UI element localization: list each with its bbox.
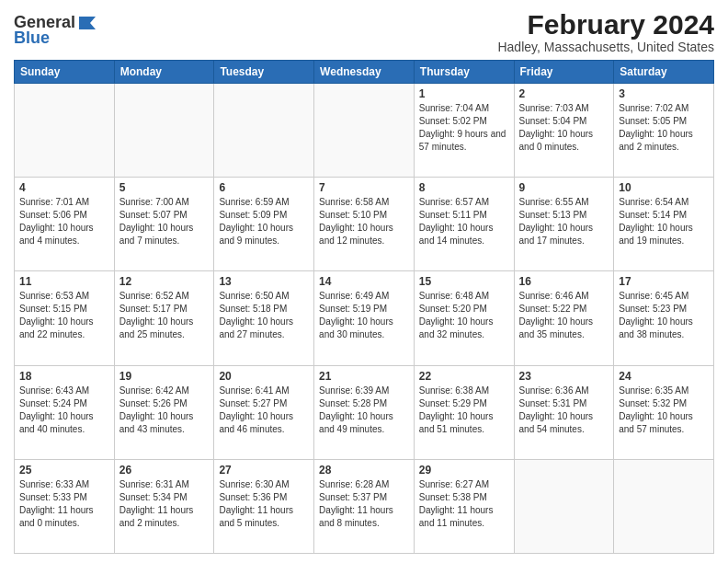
day-detail: Sunrise: 6:45 AMSunset: 5:23 PMDaylight:…	[619, 290, 709, 341]
calendar-day-cell: 23Sunrise: 6:36 AMSunset: 5:31 PMDayligh…	[514, 365, 614, 459]
day-detail: Sunrise: 6:35 AMSunset: 5:32 PMDaylight:…	[619, 385, 709, 436]
calendar-day-cell: 22Sunrise: 6:38 AMSunset: 5:29 PMDayligh…	[414, 365, 514, 459]
day-number: 28	[319, 464, 409, 477]
day-number: 10	[619, 181, 709, 194]
calendar-day-cell: 16Sunrise: 6:46 AMSunset: 5:22 PMDayligh…	[514, 271, 614, 365]
calendar-header-cell: Wednesday	[314, 61, 415, 84]
page: General Blue February 2024 Hadley, Massa…	[0, 0, 728, 563]
calendar-day-cell: 8Sunrise: 6:57 AMSunset: 5:11 PMDaylight…	[414, 178, 514, 271]
day-number: 7	[319, 181, 409, 194]
day-detail: Sunrise: 7:00 AMSunset: 5:07 PMDaylight:…	[119, 196, 210, 247]
day-number: 24	[619, 370, 709, 383]
calendar-day-cell	[214, 84, 314, 178]
day-detail: Sunrise: 6:49 AMSunset: 5:19 PMDaylight:…	[319, 290, 409, 341]
day-number: 19	[119, 370, 210, 383]
day-detail: Sunrise: 6:38 AMSunset: 5:29 PMDaylight:…	[419, 385, 509, 436]
day-detail: Sunrise: 7:04 AMSunset: 5:02 PMDaylight:…	[419, 102, 509, 154]
title-block: February 2024 Hadley, Massachusetts, Uni…	[497, 9, 714, 54]
day-number: 21	[319, 370, 409, 383]
calendar-day-cell: 25Sunrise: 6:33 AMSunset: 5:33 PMDayligh…	[15, 459, 115, 553]
calendar-day-cell: 11Sunrise: 6:53 AMSunset: 5:15 PMDayligh…	[15, 271, 115, 365]
calendar-day-cell: 20Sunrise: 6:41 AMSunset: 5:27 PMDayligh…	[214, 365, 314, 459]
calendar-day-cell: 10Sunrise: 6:54 AMSunset: 5:14 PMDayligh…	[614, 178, 714, 271]
calendar-day-cell: 29Sunrise: 6:27 AMSunset: 5:38 PMDayligh…	[414, 459, 514, 553]
calendar-day-cell: 15Sunrise: 6:48 AMSunset: 5:20 PMDayligh…	[414, 271, 514, 365]
calendar-header-cell: Thursday	[414, 61, 514, 84]
day-number: 3	[619, 87, 709, 100]
calendar-day-cell: 4Sunrise: 7:01 AMSunset: 5:06 PMDaylight…	[15, 178, 115, 271]
calendar-header-row: SundayMondayTuesdayWednesdayThursdayFrid…	[15, 61, 714, 84]
calendar-body: 1Sunrise: 7:04 AMSunset: 5:02 PMDaylight…	[15, 84, 714, 554]
day-detail: Sunrise: 6:36 AMSunset: 5:31 PMDaylight:…	[519, 385, 609, 436]
day-number: 13	[219, 275, 309, 288]
calendar-header-cell: Saturday	[614, 61, 714, 84]
calendar-day-cell: 19Sunrise: 6:42 AMSunset: 5:26 PMDayligh…	[114, 365, 214, 459]
subtitle: Hadley, Massachusetts, United States	[497, 40, 714, 54]
day-number: 23	[519, 370, 609, 383]
day-number: 20	[219, 370, 309, 383]
day-number: 8	[419, 181, 509, 194]
logo: General Blue	[14, 13, 97, 48]
day-detail: Sunrise: 6:48 AMSunset: 5:20 PMDaylight:…	[419, 290, 509, 341]
calendar-week-row: 1Sunrise: 7:04 AMSunset: 5:02 PMDaylight…	[15, 84, 714, 178]
calendar-day-cell: 9Sunrise: 6:55 AMSunset: 5:13 PMDaylight…	[514, 178, 614, 271]
calendar-header-cell: Tuesday	[214, 61, 314, 84]
main-title: February 2024	[497, 9, 714, 40]
day-number: 16	[519, 275, 609, 288]
day-detail: Sunrise: 6:57 AMSunset: 5:11 PMDaylight:…	[419, 196, 509, 247]
calendar-day-cell: 26Sunrise: 6:31 AMSunset: 5:34 PMDayligh…	[114, 459, 214, 553]
day-detail: Sunrise: 6:41 AMSunset: 5:27 PMDaylight:…	[219, 385, 309, 436]
day-number: 25	[19, 464, 109, 477]
calendar-day-cell: 5Sunrise: 7:00 AMSunset: 5:07 PMDaylight…	[114, 178, 214, 271]
calendar-day-cell: 12Sunrise: 6:52 AMSunset: 5:17 PMDayligh…	[114, 271, 214, 365]
day-detail: Sunrise: 6:55 AMSunset: 5:13 PMDaylight:…	[519, 196, 609, 247]
calendar-day-cell: 17Sunrise: 6:45 AMSunset: 5:23 PMDayligh…	[614, 271, 714, 365]
day-detail: Sunrise: 6:59 AMSunset: 5:09 PMDaylight:…	[219, 196, 309, 247]
day-detail: Sunrise: 6:54 AMSunset: 5:14 PMDaylight:…	[619, 196, 709, 247]
day-detail: Sunrise: 6:46 AMSunset: 5:22 PMDaylight:…	[519, 290, 609, 341]
calendar-day-cell	[15, 84, 115, 178]
calendar-day-cell: 21Sunrise: 6:39 AMSunset: 5:28 PMDayligh…	[314, 365, 415, 459]
day-number: 2	[519, 87, 609, 100]
day-number: 17	[619, 275, 709, 288]
calendar-day-cell: 14Sunrise: 6:49 AMSunset: 5:19 PMDayligh…	[314, 271, 415, 365]
day-number: 9	[519, 181, 609, 194]
day-number: 14	[319, 275, 409, 288]
calendar-header-cell: Sunday	[15, 61, 115, 84]
day-detail: Sunrise: 6:31 AMSunset: 5:34 PMDaylight:…	[119, 478, 210, 530]
calendar-day-cell: 24Sunrise: 6:35 AMSunset: 5:32 PMDayligh…	[614, 365, 714, 459]
calendar-day-cell: 13Sunrise: 6:50 AMSunset: 5:18 PMDayligh…	[214, 271, 314, 365]
calendar-header-cell: Monday	[114, 61, 214, 84]
day-detail: Sunrise: 6:43 AMSunset: 5:24 PMDaylight:…	[19, 385, 109, 436]
calendar-day-cell: 6Sunrise: 6:59 AMSunset: 5:09 PMDaylight…	[214, 178, 314, 271]
header: General Blue February 2024 Hadley, Massa…	[14, 9, 714, 54]
day-detail: Sunrise: 6:53 AMSunset: 5:15 PMDaylight:…	[19, 290, 109, 341]
calendar-week-row: 18Sunrise: 6:43 AMSunset: 5:24 PMDayligh…	[15, 365, 714, 459]
calendar-day-cell	[614, 459, 714, 553]
calendar-day-cell: 2Sunrise: 7:03 AMSunset: 5:04 PMDaylight…	[514, 84, 614, 178]
day-number: 26	[119, 464, 210, 477]
day-number: 27	[219, 464, 309, 477]
day-detail: Sunrise: 6:52 AMSunset: 5:17 PMDaylight:…	[119, 290, 210, 341]
day-detail: Sunrise: 6:27 AMSunset: 5:38 PMDaylight:…	[419, 478, 509, 530]
day-number: 6	[219, 181, 309, 194]
calendar-day-cell: 27Sunrise: 6:30 AMSunset: 5:36 PMDayligh…	[214, 459, 314, 553]
day-detail: Sunrise: 6:28 AMSunset: 5:37 PMDaylight:…	[319, 478, 409, 530]
day-number: 15	[419, 275, 509, 288]
calendar-week-row: 25Sunrise: 6:33 AMSunset: 5:33 PMDayligh…	[15, 459, 714, 553]
day-number: 12	[119, 275, 210, 288]
calendar-day-cell: 3Sunrise: 7:02 AMSunset: 5:05 PMDaylight…	[614, 84, 714, 178]
day-detail: Sunrise: 6:39 AMSunset: 5:28 PMDaylight:…	[319, 385, 409, 436]
logo-flag-icon	[77, 15, 97, 31]
day-detail: Sunrise: 7:03 AMSunset: 5:04 PMDaylight:…	[519, 102, 609, 154]
calendar-header-cell: Friday	[514, 61, 614, 84]
day-detail: Sunrise: 6:42 AMSunset: 5:26 PMDaylight:…	[119, 385, 210, 436]
calendar-day-cell: 1Sunrise: 7:04 AMSunset: 5:02 PMDaylight…	[414, 84, 514, 178]
day-detail: Sunrise: 6:33 AMSunset: 5:33 PMDaylight:…	[19, 478, 109, 530]
day-number: 22	[419, 370, 509, 383]
calendar-day-cell	[514, 459, 614, 553]
day-detail: Sunrise: 6:58 AMSunset: 5:10 PMDaylight:…	[319, 196, 409, 247]
day-detail: Sunrise: 6:30 AMSunset: 5:36 PMDaylight:…	[219, 478, 309, 530]
svg-marker-0	[79, 17, 96, 29]
calendar-day-cell	[114, 84, 214, 178]
